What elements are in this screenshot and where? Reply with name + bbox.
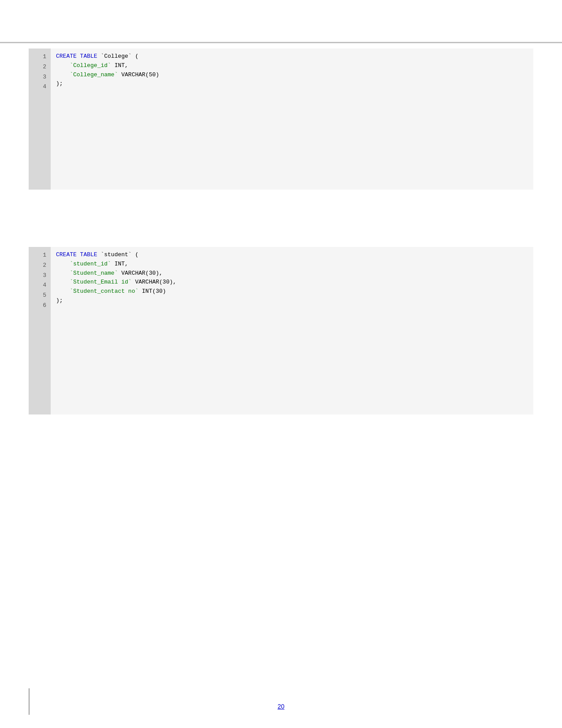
margin-line bbox=[29, 688, 30, 715]
keyword-create: CREATE TABLE bbox=[56, 53, 97, 60]
line-num-2: 2 bbox=[29, 62, 51, 72]
code-line-s1: CREATE TABLE `student` ( bbox=[56, 250, 528, 260]
code-line-s3: `Student_name` VARCHAR(30), bbox=[56, 269, 528, 278]
field-student-name: `Student_name` bbox=[70, 270, 118, 276]
line-num-s1: 1 bbox=[29, 250, 51, 261]
page-number: 20 bbox=[278, 703, 285, 710]
code-line-s5: `Student_contact no` INT(30) bbox=[56, 287, 528, 296]
top-border bbox=[0, 42, 562, 43]
code-line-3: `College_name` VARCHAR(50) bbox=[56, 71, 528, 80]
code-line-4: ); bbox=[56, 79, 528, 89]
field-college-id: `College_id` bbox=[70, 62, 111, 69]
line-num-3: 3 bbox=[29, 72, 51, 82]
code-line-1: CREATE TABLE `College` ( bbox=[56, 52, 528, 61]
line-num-1: 1 bbox=[29, 52, 51, 62]
code-block-college: 1 2 3 4 CREATE TABLE `College` ( `Colleg… bbox=[29, 49, 533, 190]
keyword-create-student: CREATE TABLE bbox=[56, 251, 97, 258]
field-student-email: `Student_Email id` bbox=[70, 279, 131, 285]
code-line-s2: `student_id` INT, bbox=[56, 260, 528, 269]
code-line-2: `College_id` INT, bbox=[56, 61, 528, 71]
line-num-s6: 6 bbox=[29, 301, 51, 311]
page-container: 1 2 3 4 CREATE TABLE `College` ( `Colleg… bbox=[0, 0, 562, 728]
line-numbers-student: 1 2 3 4 5 6 bbox=[29, 247, 51, 414]
line-num-4: 4 bbox=[29, 82, 51, 92]
code-line-s4: `Student_Email id` VARCHAR(30), bbox=[56, 278, 528, 287]
field-student-id: `student_id` bbox=[70, 261, 111, 267]
line-num-s2: 2 bbox=[29, 261, 51, 271]
code-line-s6: ); bbox=[56, 296, 528, 306]
code-content-college: CREATE TABLE `College` ( `College_id` IN… bbox=[51, 49, 533, 190]
page-footer: 20 bbox=[0, 702, 562, 710]
field-college-name: `College_name` bbox=[70, 71, 118, 78]
code-content-student: CREATE TABLE `student` ( `student_id` IN… bbox=[51, 247, 533, 414]
code-block-student: 1 2 3 4 5 6 CREATE TABLE `student` ( `st… bbox=[29, 247, 533, 414]
line-num-s4: 4 bbox=[29, 280, 51, 291]
line-num-s3: 3 bbox=[29, 271, 51, 281]
line-numbers-college: 1 2 3 4 bbox=[29, 49, 51, 190]
line-num-s5: 5 bbox=[29, 291, 51, 301]
field-student-contact: `Student_contact no` bbox=[70, 288, 138, 295]
